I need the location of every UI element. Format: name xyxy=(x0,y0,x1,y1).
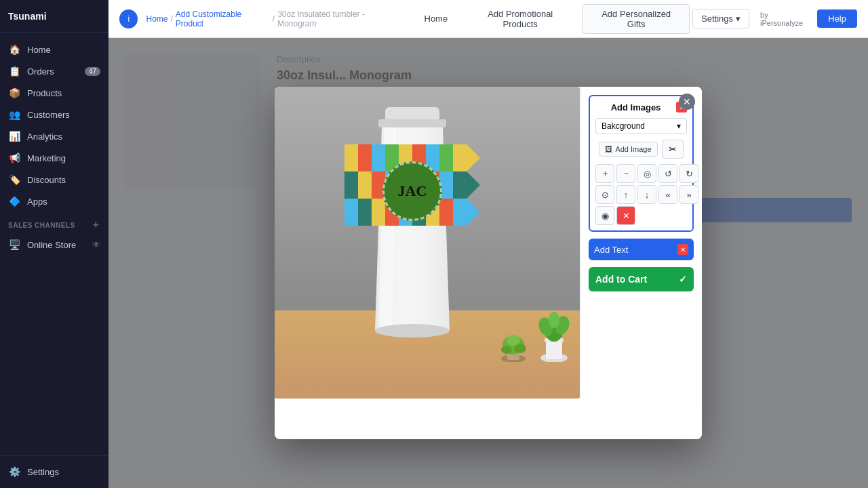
nav-tabs: Home Add Promotional Products Add Person… xyxy=(414,4,750,34)
breadcrumb: Home / Add Customizable Product / 30oz I… xyxy=(146,9,403,28)
discounts-icon: 🏷️ xyxy=(8,174,20,185)
modal-footer-space xyxy=(275,399,702,439)
add-image-button[interactable]: 🖼 Add Image xyxy=(599,142,657,157)
sidebar-item-label: Products xyxy=(27,88,62,98)
apps-icon: 🔷 xyxy=(8,196,20,207)
dropdown-value: Bakcground xyxy=(601,121,645,131)
sidebar-item-marketing[interactable]: 📢 Marketing xyxy=(0,147,108,169)
sidebar-item-label: Apps xyxy=(27,197,47,207)
plant-svg-2 xyxy=(536,301,573,362)
breadcrumb-sep: / xyxy=(171,14,173,24)
sidebar-item-label: Settings xyxy=(27,467,59,477)
analytics-icon: 📊 xyxy=(8,131,20,142)
app-logo: i xyxy=(119,9,138,28)
main-area: i Home / Add Customizable Product / 30oz… xyxy=(108,0,868,488)
sidebar-item-settings[interactable]: ⚙️ Settings xyxy=(0,461,108,483)
add-text-button[interactable]: Add Text ✕ xyxy=(589,239,694,260)
plant-2 xyxy=(536,301,573,365)
sidebar-item-orders[interactable]: 📋 Orders 47 xyxy=(0,60,108,82)
tool-right[interactable]: » xyxy=(679,185,698,204)
visibility-icon: 👁 xyxy=(92,240,100,249)
add-sales-channel-icon[interactable]: ＋ xyxy=(91,219,101,231)
tab-personalized[interactable]: Add Personalized Gifts xyxy=(583,4,690,34)
customizer-modal: ✕ xyxy=(275,87,702,439)
sidebar: Tsunami 🏠 Home 📋 Orders 47 📦 Products 👥 … xyxy=(0,0,108,488)
svg-point-15 xyxy=(375,324,450,338)
orders-badge: 47 xyxy=(85,67,100,76)
add-image-row: 🖼 Add Image ✂ xyxy=(595,140,687,159)
svg-point-3 xyxy=(501,346,512,354)
sales-channels-label: SALES CHANNELS ＋ xyxy=(0,212,108,234)
breadcrumb-current: 30oz Insulated tumbler - Monogram xyxy=(277,9,403,28)
image-icon: 🖼 xyxy=(605,145,612,153)
monogram-circle: JAC xyxy=(382,161,442,221)
sidebar-nav: 🏠 Home 📋 Orders 47 📦 Products 👥 Customer… xyxy=(0,33,108,455)
tool-rotate-left[interactable]: ↺ xyxy=(658,164,677,183)
content-area: Description 30oz Insul... Monogram SKU: … xyxy=(108,38,868,488)
tool-left[interactable]: « xyxy=(658,185,677,204)
tumbler-wrapper: JAC xyxy=(338,100,487,361)
plants-decoration xyxy=(496,301,573,365)
add-images-header: Add Images ✕ xyxy=(595,102,687,113)
home-icon: 🏠 xyxy=(8,44,20,55)
sidebar-item-label: Analytics xyxy=(27,131,62,142)
sidebar-item-customers[interactable]: 👥 Customers xyxy=(0,104,108,125)
tool-circle1[interactable]: ◎ xyxy=(637,164,656,183)
sidebar-item-analytics[interactable]: 📊 Analytics xyxy=(0,125,108,147)
online-store-icon: 🖥️ xyxy=(8,239,20,250)
tab-settings[interactable]: Settings ▾ xyxy=(692,9,749,28)
tool-circle2[interactable]: ⊙ xyxy=(595,185,614,204)
add-text-close-icon: ✕ xyxy=(677,244,688,255)
shop-name: Tsunami xyxy=(0,0,108,33)
tool-minus[interactable]: － xyxy=(616,164,635,183)
sidebar-item-label: Home xyxy=(27,45,51,55)
breadcrumb-home[interactable]: Home xyxy=(146,14,167,24)
sidebar-item-apps[interactable]: 🔷 Apps xyxy=(0,190,108,212)
svg-marker-24 xyxy=(453,144,480,171)
svg-point-12 xyxy=(549,312,559,328)
tool-down[interactable]: ↓ xyxy=(637,185,656,204)
plant-svg-1 xyxy=(496,314,530,362)
add-images-title: Add Images xyxy=(595,102,676,113)
by-label: by iPersonalyze xyxy=(760,11,812,27)
sidebar-item-label: Discounts xyxy=(27,175,66,185)
customers-icon: 👥 xyxy=(8,109,20,120)
plant-1 xyxy=(496,314,530,365)
topnav: i Home / Add Customizable Product / 30oz… xyxy=(108,0,868,38)
tool-rotate-right[interactable]: ↻ xyxy=(679,164,698,183)
svg-marker-42 xyxy=(453,199,480,226)
breadcrumb-add-product[interactable]: Add Customizable Product xyxy=(176,9,270,28)
marketing-icon: 📢 xyxy=(8,152,20,163)
modal-overlay: ✕ xyxy=(108,38,868,488)
sidebar-item-online-store[interactable]: 🖥️ Online Store 👁 xyxy=(0,234,108,256)
modal-close-button[interactable]: ✕ xyxy=(679,94,695,110)
sidebar-item-home[interactable]: 🏠 Home xyxy=(0,39,108,60)
chevron-down-icon: ▾ xyxy=(677,121,681,131)
product-preview: JAC xyxy=(275,87,580,399)
settings-tab-label: Settings xyxy=(701,14,733,24)
scissors-button[interactable]: ✂ xyxy=(662,140,684,159)
svg-point-5 xyxy=(507,335,520,346)
checkmark-icon: ✓ xyxy=(679,274,687,285)
svg-rect-7 xyxy=(546,340,562,359)
tool-circle3[interactable]: ◉ xyxy=(595,206,614,225)
sidebar-bottom: ⚙️ Settings xyxy=(0,455,108,488)
add-images-section: Add Images ✕ Bakcground ▾ xyxy=(589,95,694,232)
tab-home[interactable]: Home xyxy=(414,9,458,28)
sidebar-item-label: Marketing xyxy=(27,153,66,163)
add-to-cart-button[interactable]: Add to Cart ✓ xyxy=(589,267,694,291)
add-to-cart-label: Add to Cart xyxy=(595,274,647,285)
tool-up[interactable]: ↑ xyxy=(616,185,635,204)
help-button[interactable]: Help xyxy=(817,9,857,28)
tool-close[interactable]: ✕ xyxy=(616,206,635,225)
svg-marker-33 xyxy=(453,171,480,199)
products-icon: 📦 xyxy=(8,87,20,98)
tab-promotional[interactable]: Add Promotional Products xyxy=(460,4,580,34)
tool-plus[interactable]: ＋ xyxy=(595,164,614,183)
orders-icon: 📋 xyxy=(8,66,20,77)
sidebar-item-products[interactable]: 📦 Products xyxy=(0,82,108,104)
chevron-down-icon: ▾ xyxy=(736,14,741,24)
svg-rect-14 xyxy=(378,119,446,127)
sidebar-item-discounts[interactable]: 🏷️ Discounts xyxy=(0,169,108,190)
layer-dropdown[interactable]: Bakcground ▾ xyxy=(595,118,687,134)
